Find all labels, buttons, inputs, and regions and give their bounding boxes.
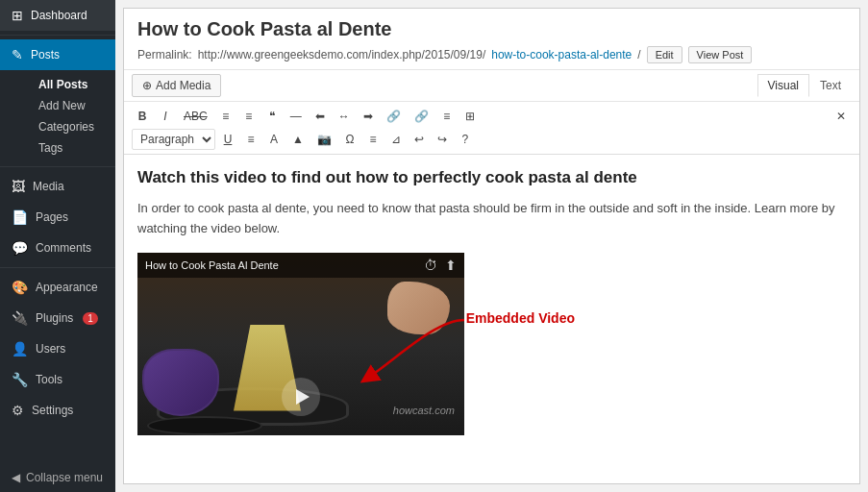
stove-ring xyxy=(147,416,262,435)
content-heading: Watch this video to find out how to perf… xyxy=(137,168,846,187)
video-watermark: howcast.com xyxy=(393,405,455,416)
toolbar-fullscreen[interactable]: ⊞ xyxy=(459,106,481,127)
sidebar-item-settings[interactable]: ⚙ Settings xyxy=(0,395,115,426)
sidebar-item-label: Plugins xyxy=(36,311,73,325)
sidebar-item-label: Posts xyxy=(31,48,60,62)
toolbar-indent[interactable]: ≡ xyxy=(362,129,384,150)
toolbar-align-right[interactable]: ➡ xyxy=(358,106,379,127)
pot-shape xyxy=(142,349,219,416)
sidebar-sub-tags[interactable]: Tags xyxy=(27,137,115,159)
sidebar-item-posts[interactable]: ✎ Posts xyxy=(0,39,115,70)
toolbar-insert-read-more[interactable]: ≡ xyxy=(436,106,458,127)
share-icon: ⬆ xyxy=(445,258,457,273)
toolbar-insert-link[interactable]: 🔗 xyxy=(381,106,407,127)
sidebar-item-comments[interactable]: 💬 Comments xyxy=(0,233,115,263)
sidebar-item-plugins[interactable]: 🔌 Plugins 1 xyxy=(0,303,115,333)
permalink-base: http://www.greengeeksdemo.com/index.php/… xyxy=(198,48,486,62)
toolbar-bold[interactable]: B xyxy=(132,106,153,127)
sidebar-item-label: Media xyxy=(33,180,64,193)
sidebar-item-pages[interactable]: 📄 Pages xyxy=(0,202,115,233)
sidebar-item-media[interactable]: 🖼 Media xyxy=(0,171,115,202)
toolbar-outdent[interactable]: ⊿ xyxy=(385,129,407,150)
sidebar-item-appearance[interactable]: 🎨 Appearance xyxy=(0,272,115,303)
sidebar-item-label: Comments xyxy=(36,241,91,255)
comments-icon: 💬 xyxy=(12,240,28,256)
toolbar-underline[interactable]: U xyxy=(217,129,238,150)
toolbar-italic[interactable]: I xyxy=(155,106,176,127)
add-media-icon: ⊕ xyxy=(142,79,152,92)
toolbar-row-2: Paragraph Heading 1 Heading 2 U ≡ A ▲ 📷 … xyxy=(132,129,852,150)
video-container: How to Cook Pasta Al Dente ⏱ ⬆ xyxy=(137,253,464,435)
editor-content[interactable]: Watch this video to find out how to perf… xyxy=(124,155,859,483)
tab-visual[interactable]: Visual xyxy=(757,74,809,97)
toolbar-wrap: B I ABC ≡ ≡ ❝ — ⬅ ↔ ➡ 🔗 🔗 ≡ ⊞ ✕ Paragrap… xyxy=(124,102,859,155)
dashboard-icon: ⊞ xyxy=(12,8,23,23)
toolbar-align-left[interactable]: ⬅ xyxy=(310,106,331,127)
sidebar-divider-3 xyxy=(0,267,115,268)
permalink-slash: / xyxy=(637,48,640,62)
sidebar: ⊞ Dashboard ✎ Posts All Posts Add New Ca… xyxy=(0,0,115,492)
toolbar-justify[interactable]: ≡ xyxy=(240,129,261,150)
permalink-label: Permalink: xyxy=(137,48,192,62)
sidebar-item-users[interactable]: 👤 Users xyxy=(0,333,115,364)
visual-text-tabs: Visual Text xyxy=(757,74,852,97)
toolbar-text-color[interactable]: A xyxy=(263,129,285,150)
toolbar-special-char[interactable]: Ω xyxy=(339,129,360,150)
toolbar-help[interactable]: ? xyxy=(455,129,476,150)
post-title-area: How to Cook Pasta al Dente Permalink: ht… xyxy=(124,9,859,70)
toolbar-hr[interactable]: — xyxy=(285,106,308,127)
content-paragraph: In order to cook pasta al dente, you nee… xyxy=(137,199,846,239)
plugins-icon: 🔌 xyxy=(12,310,28,326)
settings-icon: ⚙ xyxy=(12,403,24,418)
toolbar-row-1: B I ABC ≡ ≡ ❝ — ⬅ ↔ ➡ 🔗 🔗 ≡ ⊞ ✕ xyxy=(132,106,852,127)
add-media-button[interactable]: ⊕ Add Media xyxy=(132,74,221,97)
toolbar-image[interactable]: 📷 xyxy=(311,129,337,150)
users-icon: 👤 xyxy=(12,341,28,357)
sidebar-item-tools[interactable]: 🔧 Tools xyxy=(0,364,115,395)
toolbar-paste-text[interactable]: ▲ xyxy=(286,129,310,150)
clock-icon: ⏱ xyxy=(424,258,437,273)
sidebar-divider-2 xyxy=(0,166,115,167)
toolbar-undo[interactable]: ↩ xyxy=(409,129,430,150)
toolbar-format-select[interactable]: Paragraph Heading 1 Heading 2 xyxy=(132,129,215,150)
add-media-label: Add Media xyxy=(156,79,211,92)
permalink-slug: how-to-cook-pasta-al-dente xyxy=(491,48,632,62)
embedded-video[interactable]: How to Cook Pasta Al Dente ⏱ ⬆ xyxy=(137,253,464,435)
tab-text[interactable]: Text xyxy=(809,74,852,97)
toolbar-align-center[interactable]: ↔ xyxy=(333,106,356,127)
sidebar-sub-all-posts[interactable]: All Posts xyxy=(27,74,115,95)
media-icon: 🖼 xyxy=(12,179,25,194)
toolbar-remove-link[interactable]: 🔗 xyxy=(409,106,434,127)
sidebar-item-label: Tools xyxy=(36,373,62,386)
main-content: How to Cook Pasta al Dente Permalink: ht… xyxy=(115,0,868,492)
plugins-badge: 1 xyxy=(83,312,98,325)
toolbar-redo[interactable]: ↪ xyxy=(432,129,453,150)
sidebar-divider xyxy=(0,35,115,36)
video-background: howcast.com xyxy=(137,253,464,435)
toolbar-ordered-list[interactable]: ≡ xyxy=(238,106,260,127)
sidebar-posts-submenu: All Posts Add New Categories Tags xyxy=(0,70,115,162)
editor-wrap: How to Cook Pasta al Dente Permalink: ht… xyxy=(123,8,860,484)
edit-permalink-button[interactable]: Edit xyxy=(647,46,682,63)
toolbar-blockquote[interactable]: ❝ xyxy=(261,106,283,127)
sidebar-item-dashboard[interactable]: ⊞ Dashboard xyxy=(0,0,115,31)
collapse-menu-btn[interactable]: ◀ Collapse menu xyxy=(0,463,115,492)
embedded-label: Embedded Video xyxy=(466,310,575,326)
play-button[interactable] xyxy=(282,378,320,416)
view-post-button[interactable]: View Post xyxy=(688,46,753,63)
tools-icon: 🔧 xyxy=(12,372,28,387)
sidebar-item-label: Users xyxy=(36,342,65,356)
video-title-text: How to Cook Pasta Al Dente xyxy=(145,259,279,271)
posts-icon: ✎ xyxy=(12,47,23,62)
toolbar-strikethrough[interactable]: ABC xyxy=(178,106,213,127)
sidebar-sub-categories[interactable]: Categories xyxy=(27,116,115,137)
collapse-icon: ◀ xyxy=(12,471,20,484)
sidebar-item-label: Pages xyxy=(36,210,68,224)
hand-visual xyxy=(387,282,450,334)
sidebar-item-label: Dashboard xyxy=(31,9,87,22)
sidebar-sub-add-new[interactable]: Add New xyxy=(27,95,115,116)
toolbar-close[interactable]: ✕ xyxy=(831,106,852,127)
appearance-icon: 🎨 xyxy=(12,280,28,295)
toolbar-unordered-list[interactable]: ≡ xyxy=(215,106,236,127)
video-icons: ⏱ ⬆ xyxy=(424,258,457,273)
